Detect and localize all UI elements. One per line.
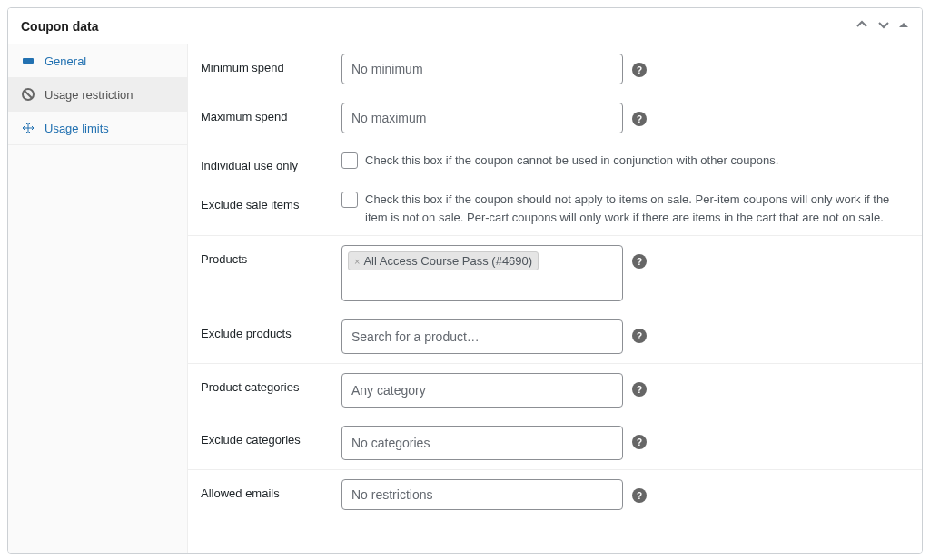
help-icon[interactable]: ? (632, 488, 647, 503)
panel-body: General Usage restriction Usage limits M… (8, 44, 922, 553)
exclude-products-select[interactable]: Search for a product… (341, 319, 623, 354)
block-icon (21, 87, 35, 102)
allowed-emails-input[interactable] (341, 479, 623, 510)
field-label: Product categories (201, 373, 341, 394)
panel-controls (855, 17, 909, 34)
move-up-icon[interactable] (855, 17, 869, 34)
field-label: Maximum spend (201, 103, 341, 123)
minimum-spend-input[interactable] (341, 54, 623, 84)
tab-general[interactable]: General (8, 44, 187, 78)
ticket-icon (21, 54, 35, 68)
help-icon[interactable]: ? (632, 254, 647, 269)
field-row-minimum-spend: Minimum spend ? (188, 44, 922, 93)
tabs-sidebar: General Usage restriction Usage limits (8, 44, 188, 553)
checkbox-description: Check this box if the coupon cannot be u… (365, 152, 778, 170)
tab-label: Usage limits (45, 122, 109, 135)
coupon-data-panel: Coupon data General (7, 7, 923, 554)
field-row-exclude-products: Exclude products Search for a product… ? (188, 310, 922, 363)
tab-usage-restriction[interactable]: Usage restriction (8, 78, 187, 112)
panel-title: Coupon data (21, 19, 99, 34)
panel-header: Coupon data (8, 8, 922, 44)
move-icon (21, 121, 35, 135)
help-icon[interactable]: ? (632, 435, 647, 449)
tab-label: Usage restriction (45, 88, 134, 102)
field-row-exclude-categories: Exclude categories No categories ? (188, 417, 922, 469)
field-label: Exclude products (201, 319, 341, 340)
field-row-exclude-sale-items: Exclude sale items Check this box if the… (188, 182, 922, 235)
help-icon[interactable]: ? (632, 382, 647, 397)
tab-usage-limits[interactable]: Usage limits (8, 112, 187, 145)
products-multiselect[interactable]: × All Access Course Pass (#4690) (341, 245, 623, 301)
field-row-individual-use: Individual use only Check this box if th… (188, 142, 922, 182)
field-label: Allowed emails (201, 479, 341, 500)
individual-use-checkbox[interactable] (341, 152, 358, 169)
move-down-icon[interactable] (876, 17, 891, 34)
product-categories-select[interactable]: Any category (341, 373, 623, 408)
help-icon[interactable]: ? (632, 112, 647, 126)
content-area: Minimum spend ? Maximum spend ? Individu… (188, 44, 922, 553)
exclude-sale-items-checkbox[interactable] (341, 192, 358, 208)
tag-remove-icon[interactable]: × (354, 256, 360, 267)
help-icon[interactable]: ? (632, 329, 647, 343)
field-row-products: Products × All Access Course Pass (#4690… (188, 236, 922, 310)
tag-text: All Access Course Pass (#4690) (363, 254, 532, 268)
field-label: Minimum spend (201, 54, 341, 74)
collapse-toggle-icon[interactable] (898, 19, 909, 34)
product-tag: × All Access Course Pass (#4690) (348, 251, 539, 270)
svg-rect-0 (23, 58, 34, 64)
tab-label: General (45, 54, 86, 68)
field-label: Products (201, 245, 341, 266)
field-label: Individual use only (201, 152, 341, 172)
field-row-allowed-emails: Allowed emails ? (188, 470, 922, 519)
field-row-maximum-spend: Maximum spend ? (188, 93, 922, 142)
field-label: Exclude sale items (201, 191, 341, 211)
maximum-spend-input[interactable] (341, 103, 623, 133)
svg-line-2 (25, 91, 32, 98)
field-label: Exclude categories (201, 426, 341, 447)
help-icon[interactable]: ? (632, 63, 647, 77)
exclude-categories-select[interactable]: No categories (341, 426, 623, 460)
field-row-product-categories: Product categories Any category ? (188, 364, 922, 417)
checkbox-description: Check this box if the coupon should not … (365, 191, 909, 226)
